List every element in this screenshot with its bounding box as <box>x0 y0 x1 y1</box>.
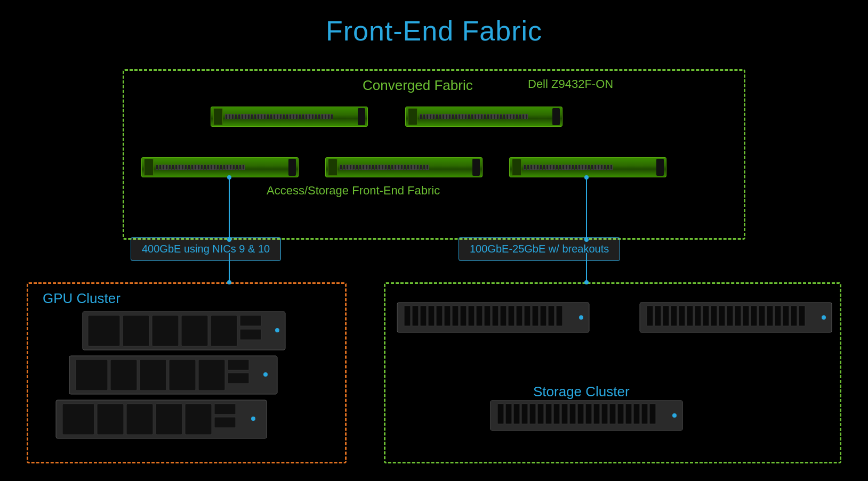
port <box>429 114 432 119</box>
port <box>236 165 238 170</box>
port <box>346 165 349 170</box>
port <box>416 165 419 170</box>
switch-end-left-1 <box>213 108 223 125</box>
switch-body-1 <box>211 107 368 127</box>
port <box>530 165 533 170</box>
switch-unit-1 <box>211 107 368 127</box>
port <box>426 165 429 170</box>
port <box>188 165 190 170</box>
port <box>600 165 603 170</box>
port <box>156 165 158 170</box>
port <box>356 165 358 170</box>
port <box>490 114 493 119</box>
port <box>235 114 237 119</box>
port <box>512 114 515 119</box>
port <box>378 165 381 170</box>
port <box>506 114 509 119</box>
port <box>562 165 565 170</box>
port <box>372 165 374 170</box>
port <box>407 165 409 170</box>
port <box>172 165 174 170</box>
port <box>213 165 216 170</box>
port <box>247 114 250 119</box>
port <box>546 165 549 170</box>
port <box>397 165 400 170</box>
switch-end-right-5 <box>656 159 664 176</box>
port <box>516 114 518 119</box>
port <box>474 114 477 119</box>
port <box>423 165 425 170</box>
port <box>559 165 561 170</box>
port <box>578 165 581 170</box>
port <box>594 165 597 170</box>
port <box>439 114 441 119</box>
port <box>273 114 276 119</box>
port <box>184 165 187 170</box>
port <box>420 114 422 119</box>
switch-end-right-3 <box>288 159 296 176</box>
port <box>565 165 568 170</box>
switch-end-right-2 <box>552 108 560 125</box>
port <box>384 165 387 170</box>
port <box>175 165 178 170</box>
switch-end-right-1 <box>358 108 365 125</box>
port <box>315 114 317 119</box>
switch-unit-4 <box>325 157 483 177</box>
port <box>321 114 324 119</box>
port <box>524 165 526 170</box>
storage-cluster-label: Storage Cluster <box>533 384 630 400</box>
port <box>162 165 165 170</box>
callout-400gbe: 400GbE using NICs 9 & 10 <box>131 237 281 261</box>
port <box>487 114 489 119</box>
port <box>292 114 295 119</box>
port <box>295 114 298 119</box>
port <box>276 114 279 119</box>
port <box>194 165 197 170</box>
port <box>311 114 314 119</box>
port <box>527 165 529 170</box>
storage-cluster-box <box>384 282 841 463</box>
switch-end-left-5 <box>512 159 521 176</box>
port <box>509 114 512 119</box>
port <box>552 165 555 170</box>
port <box>299 114 301 119</box>
port <box>420 165 422 170</box>
port <box>349 165 352 170</box>
switch-ports-3 <box>156 165 268 170</box>
port <box>533 165 536 170</box>
port <box>448 114 451 119</box>
port <box>178 165 181 170</box>
port <box>254 114 256 119</box>
switch-body-5 <box>509 157 666 177</box>
port <box>359 165 361 170</box>
port <box>436 114 438 119</box>
port <box>263 114 266 119</box>
port <box>229 165 232 170</box>
port <box>324 114 327 119</box>
port <box>168 165 171 170</box>
port <box>216 165 219 170</box>
port <box>331 114 333 119</box>
port <box>413 165 416 170</box>
switch-end-left-2 <box>408 108 417 125</box>
port <box>368 165 371 170</box>
port <box>308 114 311 119</box>
port <box>257 114 260 119</box>
port <box>207 165 210 170</box>
port <box>572 165 574 170</box>
port <box>568 165 571 170</box>
callout-100gbe: 100GbE-25GbE w/ breakouts <box>459 237 620 261</box>
switch-ports-2 <box>420 114 548 119</box>
port <box>375 165 377 170</box>
port <box>343 165 345 170</box>
port <box>238 114 240 119</box>
port <box>302 114 304 119</box>
port <box>362 165 365 170</box>
port <box>231 114 234 119</box>
port <box>549 165 552 170</box>
port <box>575 165 577 170</box>
port <box>251 114 253 119</box>
port <box>458 114 461 119</box>
port <box>191 165 194 170</box>
gpu-cluster-label: GPU Cluster <box>43 290 120 307</box>
